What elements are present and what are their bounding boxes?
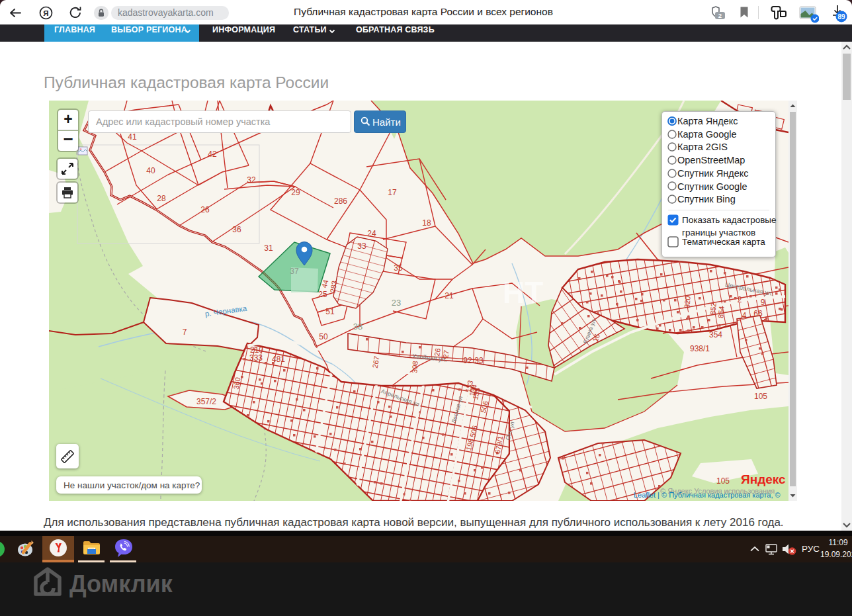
svg-text:852: 852 xyxy=(708,302,718,315)
svg-text:354: 354 xyxy=(709,330,722,339)
svg-text:51: 51 xyxy=(325,307,335,316)
svg-text:7: 7 xyxy=(183,328,187,337)
svg-text:41: 41 xyxy=(128,132,137,142)
svg-text:17: 17 xyxy=(388,188,397,197)
svg-text:40: 40 xyxy=(146,166,155,175)
svg-text:66: 66 xyxy=(753,309,763,318)
svg-text:286: 286 xyxy=(334,197,347,206)
svg-text:33: 33 xyxy=(357,242,366,251)
svg-text:Я: Я xyxy=(43,9,48,17)
svg-text:42: 42 xyxy=(208,150,217,159)
svg-text:23: 23 xyxy=(392,298,401,308)
svg-text:105: 105 xyxy=(716,476,730,486)
svg-text:4: 4 xyxy=(742,311,747,320)
svg-text:29: 29 xyxy=(291,188,300,197)
svg-text:50: 50 xyxy=(319,332,328,341)
svg-text:38: 38 xyxy=(353,322,362,331)
svg-text:92: 92 xyxy=(463,356,472,365)
svg-text:Яндекс: Яндекс xyxy=(741,472,786,486)
svg-text:Домклик: Домклик xyxy=(69,570,173,597)
svg-text:28: 28 xyxy=(157,194,166,203)
svg-text:35: 35 xyxy=(394,263,403,273)
svg-text:НТ: НТ xyxy=(503,275,543,310)
svg-text:357/2: 357/2 xyxy=(196,397,216,406)
svg-text:333: 333 xyxy=(249,353,263,363)
svg-text:24: 24 xyxy=(367,229,376,238)
svg-text:32: 32 xyxy=(247,175,256,185)
svg-text:854: 854 xyxy=(716,306,726,318)
svg-text:481: 481 xyxy=(272,355,285,364)
svg-text:36: 36 xyxy=(232,225,241,234)
svg-text:320: 320 xyxy=(683,296,692,308)
svg-text:33: 33 xyxy=(474,356,484,365)
svg-text:398: 398 xyxy=(410,361,419,373)
svg-text:Leaflet | © Публичная кадастро: Leaflet | © Публичная кадастровая карта,… xyxy=(634,491,781,499)
svg-text:9: 9 xyxy=(761,298,765,307)
svg-text:31: 31 xyxy=(264,243,273,253)
svg-text:105: 105 xyxy=(754,392,767,401)
svg-text:2: 2 xyxy=(718,12,722,19)
svg-text:21: 21 xyxy=(445,291,454,300)
svg-text:89: 89 xyxy=(837,13,845,21)
svg-text:37: 37 xyxy=(290,267,299,276)
svg-text:25: 25 xyxy=(318,290,327,299)
svg-text:2: 2 xyxy=(738,295,742,304)
svg-text:26: 26 xyxy=(200,205,210,214)
svg-text:18: 18 xyxy=(422,218,431,228)
svg-text:938/1: 938/1 xyxy=(690,344,710,353)
